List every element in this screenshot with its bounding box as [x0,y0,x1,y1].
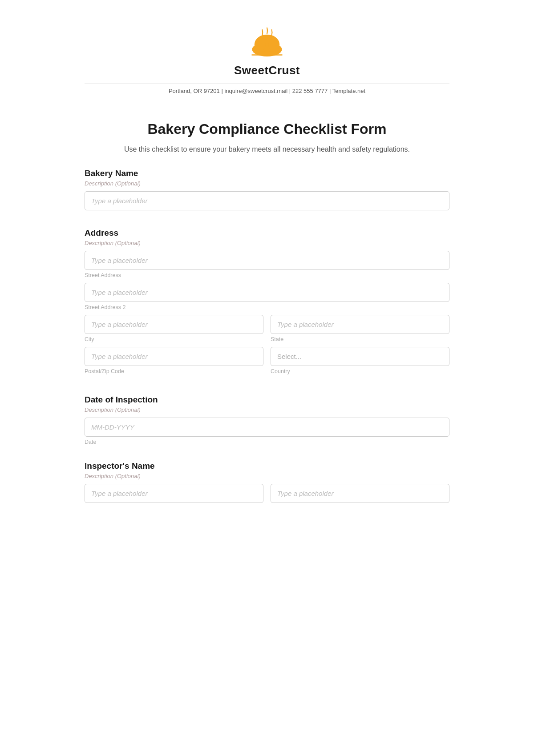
section-inspector-name: Inspector's Name Description (Optional) [85,461,449,505]
section-desc-bakery-name: Description (Optional) [85,180,449,187]
form-title: Bakery Compliance Checklist Form [85,121,449,137]
section-label-bakery-name: Bakery Name [85,169,449,178]
street-address2-input[interactable] [85,283,449,302]
city-input[interactable] [85,315,263,334]
page-wrapper: SweetCrust Portland, OR 97201 | inquire@… [67,0,467,547]
city-col: City [85,315,263,347]
section-label-inspector: Inspector's Name [85,461,449,471]
date-input[interactable] [85,418,449,437]
section-label-date: Date of Inspection [85,395,449,405]
postal-country-row: Postal/Zip Code Select... United States … [85,347,449,379]
country-col: Select... United States Canada United Ki… [271,347,449,379]
inspector-first-input[interactable] [85,484,263,503]
svg-point-3 [269,38,280,52]
header: SweetCrust Portland, OR 97201 | inquire@… [85,13,449,103]
state-label: State [271,336,449,342]
date-label: Date [85,439,449,445]
bakery-name-input[interactable] [85,191,449,210]
section-desc-address: Description (Optional) [85,240,449,246]
section-label-address: Address [85,228,449,238]
postal-col: Postal/Zip Code [85,347,263,379]
country-select[interactable]: Select... United States Canada United Ki… [271,347,449,366]
section-desc-inspector: Description (Optional) [85,473,449,479]
postal-label: Postal/Zip Code [85,368,263,374]
form-title-section: Bakery Compliance Checklist Form Use thi… [85,103,449,169]
svg-point-2 [255,38,266,52]
form-subtitle: Use this checklist to ensure your bakery… [85,144,449,155]
city-state-row: City State [85,315,449,347]
header-divider [85,84,449,84]
state-input[interactable] [271,315,449,334]
street-address-label: Street Address [85,272,449,278]
section-address: Address Description (Optional) Street Ad… [85,228,449,379]
country-label: Country [271,368,449,374]
inspector-first-col [85,484,263,505]
brand-name: SweetCrust [85,64,449,77]
section-date-inspection: Date of Inspection Description (Optional… [85,395,449,445]
section-bakery-name: Bakery Name Description (Optional) [85,169,449,212]
street-address-input[interactable] [85,251,449,270]
street-address2-label: Street Address 2 [85,304,449,310]
inspector-last-input[interactable] [271,484,449,503]
logo-icon [247,27,287,60]
state-col: State [271,315,449,347]
postal-input[interactable] [85,347,263,366]
inspector-last-col [271,484,449,505]
section-desc-date: Description (Optional) [85,406,449,413]
inspector-name-row [85,484,449,505]
contact-info: Portland, OR 97201 | inquire@sweetcrust.… [85,88,449,94]
city-label: City [85,336,263,342]
